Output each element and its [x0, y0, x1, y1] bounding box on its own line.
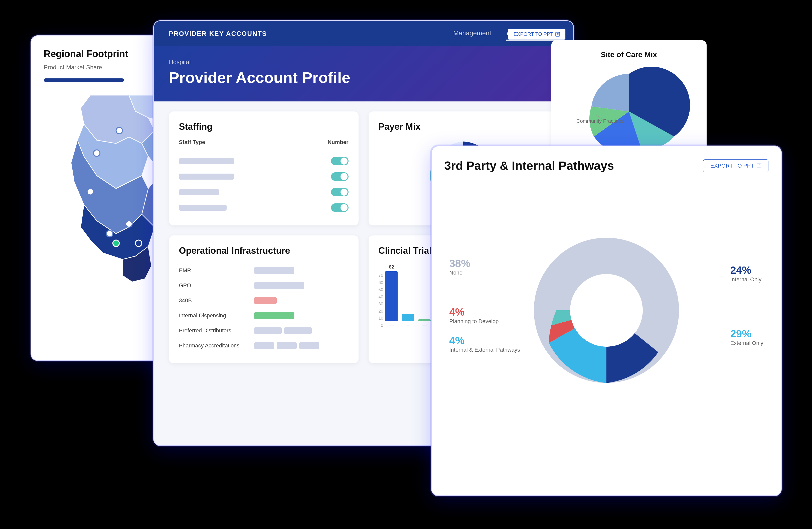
- third-party-card: 3rd Party & Internal Pathways EXPORT TO …: [431, 145, 782, 496]
- op-dispensing-bar: [254, 312, 294, 319]
- svg-point-9: [93, 150, 100, 156]
- staffing-header: Staff Type Number: [179, 139, 349, 148]
- pref-dist-bars: [254, 327, 312, 334]
- svg-point-11: [106, 230, 113, 237]
- trial-bar-2: [402, 314, 414, 321]
- op-340b-row: 340B: [179, 293, 349, 308]
- svg-point-8: [116, 127, 122, 134]
- hospital-label: Hospital: [169, 59, 558, 66]
- staff-bar-1: [179, 158, 234, 164]
- tab-management[interactable]: Management: [453, 27, 491, 41]
- trial-bar-wrap-2: —: [402, 312, 414, 328]
- svg-point-13: [126, 221, 132, 227]
- legend-left: 38% None 4% Planning to Develop 4% Inter…: [449, 257, 520, 363]
- pharma-bar-3: [299, 342, 319, 349]
- payer-mix-title: Payer Mix: [379, 121, 548, 132]
- legend-internal: 24% Internal Only: [730, 264, 763, 283]
- op-340b-label: 340B: [179, 297, 249, 304]
- party-header: 3rd Party & Internal Pathways EXPORT TO …: [445, 159, 768, 173]
- pharma-bar-2: [277, 342, 297, 349]
- donut-chart-area: 38% None 4% Planning to Develop 4% Inter…: [445, 185, 768, 435]
- op-emr-row: EMR: [179, 263, 349, 278]
- export-label: EXPORT TO PPT: [513, 31, 553, 37]
- site-care-chart: 11% Community Practices: [564, 64, 694, 159]
- op-pharma-label: Pharmacy Accreditations: [179, 342, 249, 349]
- export-3rd-label: EXPORT TO PPT: [710, 162, 754, 169]
- staffing-card: Staffing Staff Type Number: [169, 112, 359, 226]
- legend-none-pct: 38%: [449, 257, 520, 270]
- legend-right: 24% Internal Only 29% External Only: [730, 264, 763, 356]
- trials-chart: 62 — — —: [385, 263, 431, 328]
- op-emr-bar: [254, 267, 294, 274]
- profile-title: Provider Account Profile: [169, 69, 558, 86]
- op-340b-bar: [254, 297, 277, 304]
- op-gpo-row: GPO: [179, 278, 349, 293]
- pharma-bars: [254, 342, 319, 349]
- donut-svg: [531, 235, 682, 385]
- svg-text:Community Practices: Community Practices: [576, 118, 624, 124]
- operational-title: Operational Infrastructure: [179, 245, 349, 256]
- staff-bar-3: [179, 189, 219, 195]
- legend-internal-pct: 24%: [730, 264, 763, 276]
- trial-label-2: —: [406, 323, 410, 328]
- staff-row-2: [179, 169, 349, 184]
- staff-toggle-4[interactable]: [331, 203, 349, 212]
- y-axis: 70 60 50 40 30 20 10 0: [379, 273, 385, 328]
- legend-external: 29% External Only: [730, 328, 763, 346]
- staff-bar-2: [179, 174, 234, 180]
- op-emr-label: EMR: [179, 267, 249, 274]
- operational-card: Operational Infrastructure EMR GPO 340B …: [169, 235, 359, 363]
- legend-none-label: None: [449, 270, 520, 276]
- regional-bar: [44, 78, 124, 82]
- trial-bar-3: [418, 319, 431, 321]
- staff-row-1: [179, 153, 349, 169]
- legend-external-pct: 29%: [730, 328, 763, 340]
- staff-toggle-2[interactable]: [331, 172, 349, 181]
- site-care-svg: 11% Community Practices: [566, 64, 692, 159]
- op-pharma-row: Pharmacy Accreditations: [179, 338, 349, 353]
- staff-toggle-3[interactable]: [331, 188, 349, 196]
- legend-internal-external: 4% Internal & External Pathways: [449, 334, 520, 353]
- staff-bar-4: [179, 205, 227, 211]
- legend-ie-label: Internal & External Pathways: [449, 347, 520, 353]
- brand-label: PROVIDER KEY ACCOUNTS: [169, 30, 267, 38]
- trial-bar-value-1: 62: [389, 264, 394, 270]
- staffing-title: Staffing: [179, 121, 349, 132]
- pharma-bar-1: [254, 342, 274, 349]
- staff-row-4: [179, 200, 349, 215]
- svg-point-15: [135, 240, 142, 246]
- pref-bar-1: [254, 327, 282, 334]
- profile-hero: Hospital Provider Account Profile: [154, 46, 573, 101]
- svg-point-28: [570, 274, 643, 347]
- op-gpo-label: GPO: [179, 282, 249, 289]
- staff-row-3: [179, 184, 349, 200]
- trial-label-1: —: [389, 323, 394, 328]
- legend-planning: 4% Planning to Develop: [449, 306, 520, 325]
- trial-bar-wrap-3: —: [418, 318, 431, 328]
- op-gpo-bar: [254, 282, 304, 289]
- legend-none: 38% None: [449, 257, 520, 276]
- legend-planning-pct: 4%: [449, 306, 520, 318]
- legend-ie-pct: 4%: [449, 334, 520, 347]
- site-care-title: Site of Care Mix: [564, 51, 694, 59]
- trial-bar-1: [385, 271, 397, 321]
- pref-bar-2: [284, 327, 312, 334]
- legend-internal-label: Internal Only: [730, 276, 763, 283]
- trial-bar-wrap-1: 62 —: [385, 264, 397, 328]
- svg-text:11%: 11%: [591, 106, 608, 116]
- op-dispensing-label: Internal Dispensing: [179, 312, 249, 319]
- svg-rect-24: [757, 164, 761, 168]
- op-pref-label: Preferred Distributors: [179, 327, 249, 334]
- svg-point-12: [113, 240, 119, 246]
- export-btn-profile[interactable]: EXPORT TO PPT: [508, 29, 566, 40]
- legend-external-label: External Only: [730, 340, 763, 346]
- trial-label-3: —: [422, 323, 427, 328]
- staff-toggle-1[interactable]: [331, 157, 349, 165]
- party-title: 3rd Party & Internal Pathways: [445, 159, 614, 173]
- svg-point-10: [87, 189, 93, 195]
- export-btn-3rdparty[interactable]: EXPORT TO PPT: [703, 159, 768, 172]
- staff-col-type: Staff Type: [179, 139, 205, 145]
- op-pref-row: Preferred Distributors: [179, 323, 349, 338]
- op-dispensing-row: Internal Dispensing: [179, 308, 349, 323]
- legend-planning-label: Planning to Develop: [449, 318, 520, 325]
